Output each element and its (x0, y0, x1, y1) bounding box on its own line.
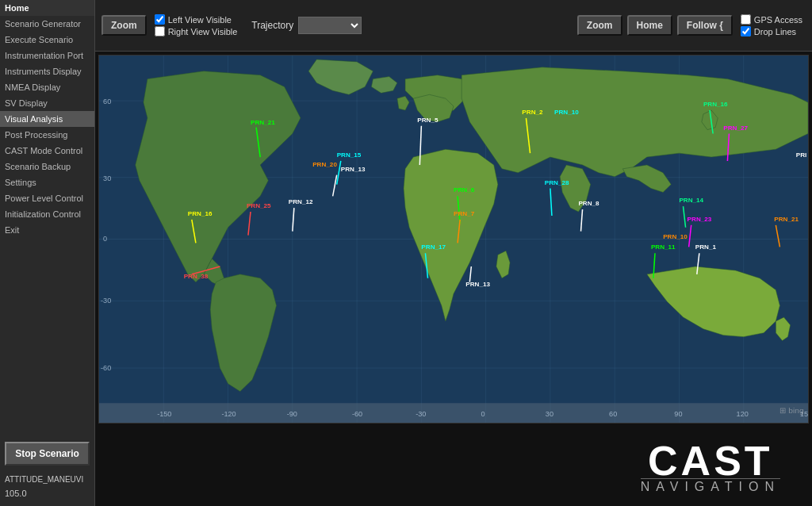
sidebar-item-cast-mode-control[interactable]: CAST Mode Control (0, 143, 94, 159)
sidebar-item-power-level-control[interactable]: Power Level Control (0, 190, 94, 206)
cast-logo: CAST NAVIGATION (641, 440, 780, 493)
follow-button[interactable]: Follow { (677, 15, 733, 36)
trajectory-label: Trajectory (251, 20, 293, 31)
sidebar-item-execute-scenario[interactable]: Execute Scenario (0, 32, 94, 48)
svg-text:PRN_17: PRN_17 (421, 243, 446, 251)
right-home-button[interactable]: Home (627, 15, 672, 36)
sidebar: Home Scenario GeneratorExecute ScenarioI… (0, 0, 95, 506)
svg-text:PRN_5: PRN_5 (417, 117, 439, 124)
svg-text:PRN_14: PRN_14 (679, 197, 703, 204)
right-view-checkbox[interactable] (155, 26, 165, 36)
svg-text:-90: -90 (287, 410, 297, 418)
svg-text:0: 0 (481, 410, 485, 418)
sidebar-item-nmea-display[interactable]: NMEA Display (0, 79, 94, 95)
svg-text:120: 120 (737, 410, 749, 418)
svg-text:60: 60 (103, 98, 111, 105)
svg-text:PRN_12: PRN_12 (289, 198, 313, 205)
svg-text:PRN_15: PRN_15 (337, 151, 362, 159)
sidebar-item-sv-display[interactable]: SV Display (0, 95, 94, 111)
svg-text:PRN_25: PRN_25 (247, 202, 271, 209)
sidebar-item-instrumentation-port[interactable]: Instrumentation Port (0, 48, 94, 63)
main-panel: Zoom Home Left View Visible Right View V… (95, 0, 812, 506)
svg-text:PRN_2: PRN_2 (522, 109, 543, 116)
scenario-value: 105.0 (0, 487, 94, 500)
branding-area: CAST NAVIGATION (95, 427, 812, 506)
svg-text:-60: -60 (101, 364, 111, 372)
trajectory-select[interactable] (298, 17, 362, 34)
svg-text:PRN_6: PRN_6 (454, 187, 475, 194)
svg-text:PRN_38: PRN_38 (184, 273, 209, 280)
svg-text:PRN_16: PRN_16 (188, 210, 213, 217)
svg-text:PRN_16: PRN_16 (703, 101, 728, 108)
drop-lines-checkbox[interactable] (741, 26, 751, 36)
svg-text:PRN_10: PRN_10 (663, 234, 688, 241)
svg-text:PRN_13: PRN_13 (341, 166, 366, 173)
svg-text:-30: -30 (101, 297, 111, 305)
svg-text:-120: -120 (221, 410, 236, 418)
sidebar-item-visual-analysis[interactable]: Visual Analysis (0, 111, 94, 127)
sidebar-item-post-processing[interactable]: Post Processing (0, 127, 94, 143)
stop-scenario-button[interactable]: Stop Scenario (5, 442, 90, 466)
left-zoom-button[interactable]: Zoom (102, 15, 147, 36)
sidebar-item-settings[interactable]: Settings (0, 174, 94, 190)
left-view-checkbox[interactable] (155, 14, 165, 25)
navigation-brand-text: NAVIGATION (641, 478, 780, 493)
sidebar-item-instruments-display[interactable]: Instruments Display (0, 63, 94, 79)
right-view-checkbox-label[interactable]: Right View Visible (155, 26, 238, 36)
svg-text:30: 30 (546, 410, 553, 418)
svg-text:PRN_20: PRN_20 (312, 161, 337, 168)
sidebar-item-scenario-backup[interactable]: Scenario Backup (0, 159, 94, 174)
svg-text:PRN_10: PRN_10 (554, 109, 579, 116)
cast-brand-text: CAST (641, 440, 780, 481)
drop-lines-text: Drop Lines (754, 27, 796, 36)
drop-lines-label[interactable]: Drop Lines (741, 26, 802, 36)
view-checkboxes: Left View Visible Right View Visible (155, 14, 238, 36)
gps-access-text: GPS Access (754, 15, 802, 25)
sidebar-item-initialization-control[interactable]: Initialization Control (0, 206, 94, 222)
svg-text:⊞ bing: ⊞ bing (779, 406, 803, 415)
svg-text:PRN_11: PRN_11 (651, 243, 676, 251)
svg-text:PRN_8: PRN_8 (578, 200, 599, 207)
svg-text:PRN_27: PRN_27 (723, 125, 748, 132)
svg-text:PRN_23: PRN_23 (688, 216, 712, 223)
svg-text:PRN_7: PRN_7 (454, 210, 475, 217)
right-checkboxes: GPS Access Drop Lines (741, 14, 802, 36)
svg-text:PRN_1: PRN_1 (695, 243, 717, 251)
world-map: PRN_21 PRN_5 PRN_2 PRN_10 PRN_16 (99, 56, 808, 423)
svg-text:90: 90 (674, 410, 682, 418)
svg-text:-150: -150 (157, 410, 171, 418)
world-map-svg: PRN_21 PRN_5 PRN_2 PRN_10 PRN_16 (99, 56, 808, 423)
svg-text:PRN_21: PRN_21 (774, 216, 799, 223)
svg-text:PRN_21: PRN_21 (251, 119, 275, 126)
gps-access-checkbox[interactable] (741, 14, 751, 25)
svg-text:60: 60 (609, 410, 617, 418)
svg-text:PRI: PRI (796, 151, 807, 159)
svg-text:-60: -60 (352, 410, 362, 418)
svg-text:30: 30 (103, 174, 111, 182)
gps-access-label[interactable]: GPS Access (741, 14, 802, 25)
sidebar-item-scenario-generator[interactable]: Scenario Generator (0, 16, 94, 32)
svg-text:0: 0 (103, 236, 107, 243)
toolbar: Zoom Home Left View Visible Right View V… (95, 0, 812, 52)
map-container[interactable]: PRN_21 PRN_5 PRN_2 PRN_10 PRN_16 (98, 55, 809, 424)
sidebar-item-exit[interactable]: Exit (0, 222, 94, 238)
sidebar-header: Home (0, 0, 94, 16)
scenario-name-label: ATTITUDE_MANEUVI (0, 472, 94, 487)
svg-text:PRN_28: PRN_28 (545, 179, 569, 186)
svg-text:-30: -30 (416, 410, 426, 418)
left-view-label: Left View Visible (168, 15, 232, 25)
right-zoom-button[interactable]: Zoom (577, 15, 622, 36)
sidebar-items-container: Scenario GeneratorExecute ScenarioInstru… (0, 16, 94, 238)
left-view-checkbox-label[interactable]: Left View Visible (155, 14, 238, 25)
right-view-label: Right View Visible (168, 27, 238, 36)
